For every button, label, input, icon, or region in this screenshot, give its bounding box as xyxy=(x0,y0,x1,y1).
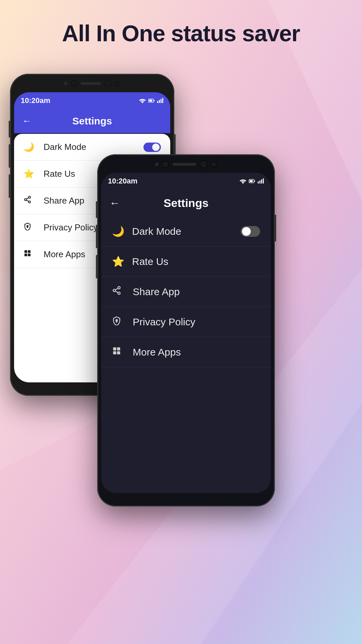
light-star-icon: ⭐ xyxy=(23,169,37,179)
svg-rect-6 xyxy=(154,100,155,101)
dark-privacy-item[interactable]: Privacy Policy xyxy=(101,307,271,337)
dark-time: 10:20am xyxy=(108,177,137,185)
svg-rect-8 xyxy=(159,100,160,103)
dark-moon-icon: 🌙 xyxy=(112,225,125,237)
svg-rect-20 xyxy=(24,254,27,256)
light-shield-icon xyxy=(23,222,37,233)
dark-share-icon xyxy=(112,286,125,298)
svg-rect-7 xyxy=(157,101,158,103)
page-title: All In One status saver xyxy=(0,0,362,46)
svg-rect-38 xyxy=(113,351,116,354)
dark-phone: 10:20am ← Settings xyxy=(97,154,275,506)
dark-rate-us-label: Rate Us xyxy=(132,256,260,267)
svg-line-14 xyxy=(26,200,29,202)
light-grid-icon xyxy=(23,249,37,260)
svg-point-31 xyxy=(118,292,120,294)
light-dark-mode-toggle[interactable] xyxy=(143,143,161,152)
dark-grid-icon xyxy=(112,346,125,358)
svg-rect-36 xyxy=(113,347,116,351)
svg-rect-18 xyxy=(24,250,27,253)
dark-privacy-label: Privacy Policy xyxy=(133,316,260,328)
light-back-arrow[interactable]: ← xyxy=(22,116,32,126)
dark-header-title: Settings xyxy=(120,197,252,210)
dark-rate-us-item[interactable]: ⭐ Rate Us xyxy=(101,247,271,277)
svg-rect-35 xyxy=(116,321,117,322)
svg-rect-26 xyxy=(259,180,260,183)
svg-rect-28 xyxy=(263,178,264,183)
svg-rect-10 xyxy=(162,98,163,103)
light-status-icons xyxy=(139,98,164,104)
dark-app-header: ← Settings xyxy=(101,190,271,216)
svg-point-29 xyxy=(118,286,120,289)
light-share-icon xyxy=(23,196,37,206)
svg-point-12 xyxy=(24,199,26,201)
dark-star-icon: ⭐ xyxy=(112,256,125,267)
svg-rect-23 xyxy=(250,180,253,182)
light-header-title: Settings xyxy=(32,115,153,127)
dark-dark-mode-toggle[interactable] xyxy=(241,226,260,237)
dark-share-app-item[interactable]: Share App xyxy=(101,277,271,307)
svg-point-13 xyxy=(28,201,31,203)
svg-rect-39 xyxy=(117,351,120,354)
dark-status-bar: 10:20am xyxy=(101,173,271,190)
svg-point-30 xyxy=(113,289,116,292)
svg-point-11 xyxy=(28,196,31,198)
svg-rect-9 xyxy=(161,99,162,103)
dark-shield-icon xyxy=(112,316,125,328)
light-status-bar: 10:20am xyxy=(14,92,170,109)
svg-line-33 xyxy=(115,288,118,290)
svg-rect-21 xyxy=(28,254,31,256)
svg-line-15 xyxy=(26,198,29,199)
svg-rect-25 xyxy=(258,181,259,183)
svg-rect-27 xyxy=(261,179,262,183)
svg-rect-24 xyxy=(254,180,255,182)
light-dark-mode-label: Dark Mode xyxy=(44,142,143,152)
svg-rect-19 xyxy=(28,250,31,253)
svg-rect-5 xyxy=(149,100,152,102)
svg-rect-37 xyxy=(117,347,120,351)
dark-share-app-label: Share App xyxy=(133,286,260,298)
dark-dark-mode-label: Dark Mode xyxy=(132,226,241,237)
dark-back-arrow[interactable]: ← xyxy=(109,197,120,209)
svg-rect-17 xyxy=(27,227,28,228)
light-moon-icon: 🌙 xyxy=(23,142,37,152)
dark-more-apps-item[interactable]: More Apps xyxy=(101,337,271,367)
light-app-header: ← Settings xyxy=(14,109,170,133)
dark-settings-list: 🌙 Dark Mode ⭐ Rate Us xyxy=(101,216,271,493)
dark-more-apps-label: More Apps xyxy=(133,346,260,358)
light-time: 10:20am xyxy=(21,96,50,105)
svg-line-32 xyxy=(115,291,118,293)
dark-dark-mode-item[interactable]: 🌙 Dark Mode xyxy=(101,216,271,247)
dark-status-icons xyxy=(239,178,264,184)
